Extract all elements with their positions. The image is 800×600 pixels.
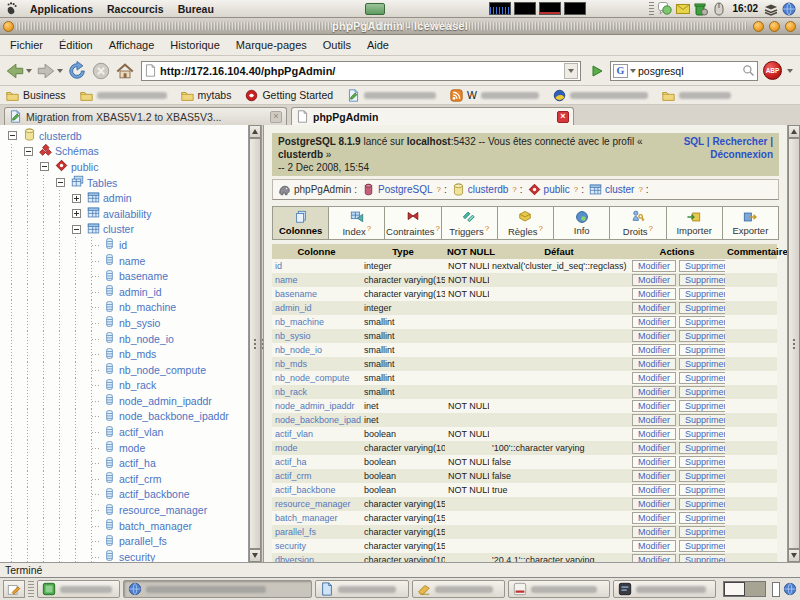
- modifier-link[interactable]: Modifier: [632, 372, 676, 384]
- supprimer-link[interactable]: Supprimer: [679, 372, 725, 384]
- modifier-link[interactable]: Modifier: [632, 400, 676, 412]
- home-button[interactable]: [114, 60, 136, 82]
- panel-clock[interactable]: 16:02: [730, 3, 760, 14]
- tree-expander[interactable]: [8, 131, 17, 140]
- show-desktop-button[interactable]: [3, 580, 25, 598]
- cell-colonne[interactable]: parallel_fs: [272, 525, 361, 539]
- tree-node-availability[interactable]: availability: [0, 206, 248, 222]
- tree-expander[interactable]: [72, 225, 81, 234]
- search-box[interactable]: G: [610, 61, 758, 81]
- search-engine-dropdown[interactable]: [630, 69, 636, 73]
- url-input[interactable]: [160, 65, 561, 77]
- modifier-link[interactable]: Modifier: [632, 274, 676, 286]
- tree-node-basename[interactable]: basename: [0, 268, 248, 284]
- gnome-foot-icon[interactable]: [4, 1, 19, 16]
- modifier-link[interactable]: Modifier: [632, 470, 676, 482]
- magnifier-icon[interactable]: [742, 64, 755, 77]
- tree-node-admin[interactable]: admin: [0, 190, 248, 206]
- banner-link-d-connexion[interactable]: Déconnexion: [710, 149, 773, 160]
- cell-colonne[interactable]: name: [272, 273, 361, 287]
- modifier-link[interactable]: Modifier: [632, 498, 676, 510]
- adblock-dropdown[interactable]: [787, 69, 793, 73]
- supprimer-link[interactable]: Supprimer: [679, 344, 725, 356]
- tree-expander[interactable]: [72, 209, 81, 218]
- banner-link-sql[interactable]: SQL: [684, 136, 704, 147]
- cell-colonne[interactable]: nb_mds: [272, 357, 361, 371]
- taskbar-window-button-1[interactable]: [37, 580, 121, 598]
- modifier-link[interactable]: Modifier: [632, 358, 676, 370]
- help-link[interactable]: ?: [574, 185, 578, 194]
- bookmark-getting-started[interactable]: Getting Started: [245, 89, 333, 102]
- supprimer-link[interactable]: Supprimer: [679, 330, 725, 342]
- mail-icon[interactable]: [676, 2, 690, 16]
- banner-link-rechercher[interactable]: Rechercher: [712, 136, 767, 147]
- cell-colonne[interactable]: basename: [272, 287, 361, 301]
- supprimer-link[interactable]: Supprimer: [679, 428, 725, 440]
- tree-node-sch-mas[interactable]: Schémas: [0, 144, 248, 160]
- browser-tab-migration-from-xbas5v1-2-to-xbas5v3[interactable]: Migration from XBAS5V1.2 to XBAS5V3...×: [4, 107, 287, 125]
- modifier-link[interactable]: Modifier: [632, 386, 676, 398]
- window-titlebar[interactable]: phpPgAdmin - Iceweasel: [0, 18, 800, 35]
- mouse-icon[interactable]: [712, 2, 726, 16]
- cell-colonne[interactable]: node_backbone_ipaddr: [272, 413, 361, 427]
- search-input[interactable]: [638, 65, 740, 77]
- bookmark-w[interactable]: W: [450, 89, 539, 102]
- tree-expander[interactable]: [40, 162, 49, 171]
- minimize-button[interactable]: [753, 21, 764, 32]
- tree-node-actif-backbone[interactable]: actif_backbone: [0, 487, 248, 503]
- tab-exporter[interactable]: Exporter: [722, 207, 778, 239]
- tab-droits[interactable]: Droits?: [609, 207, 665, 239]
- adblock-icon[interactable]: ABP: [763, 61, 782, 80]
- tree-node-admin-id[interactable]: admin_id: [0, 284, 248, 300]
- workspace-2[interactable]: [745, 582, 765, 596]
- tab-r-gles[interactable]: Règles?: [497, 207, 553, 239]
- tab-contraintes[interactable]: Contraintes?: [384, 207, 440, 239]
- help-link[interactable]: ?: [638, 185, 642, 194]
- taskbar-window-button-3[interactable]: [315, 580, 409, 598]
- cell-colonne[interactable]: nb_node_compute: [272, 371, 361, 385]
- tree-node-cluster[interactable]: cluster: [0, 222, 248, 238]
- tab-importer[interactable]: Importer: [666, 207, 722, 239]
- tree-expander[interactable]: [24, 147, 33, 156]
- cell-colonne[interactable]: actif_backbone: [272, 483, 361, 497]
- tray-handle[interactable]: [649, 2, 654, 15]
- scroll-down-arrow[interactable]: [249, 549, 261, 562]
- modifier-link[interactable]: Modifier: [632, 554, 676, 562]
- main-scrollbar[interactable]: [787, 125, 800, 562]
- modifier-link[interactable]: Modifier: [632, 442, 676, 454]
- modifier-link[interactable]: Modifier: [632, 428, 676, 440]
- scroll-up-arrow[interactable]: [788, 125, 800, 138]
- window-menu-button[interactable]: [3, 21, 14, 32]
- supprimer-link[interactable]: Supprimer: [679, 316, 725, 328]
- bookmark-redacted-1[interactable]: [80, 89, 167, 102]
- modifier-link[interactable]: Modifier: [632, 330, 676, 342]
- menu-dition[interactable]: Édition: [51, 37, 101, 53]
- tree-node-parallel-fs[interactable]: parallel_fs: [0, 533, 248, 549]
- cell-colonne[interactable]: nb_rack: [272, 385, 361, 399]
- tree-node-id[interactable]: id: [0, 237, 248, 253]
- back-button[interactable]: [4, 60, 33, 82]
- modifier-link[interactable]: Modifier: [632, 526, 676, 538]
- stop-button[interactable]: [90, 60, 112, 82]
- cell-colonne[interactable]: actif_ha: [272, 455, 361, 469]
- supprimer-link[interactable]: Supprimer: [679, 442, 725, 454]
- url-bar[interactable]: [141, 61, 581, 81]
- bookmark-redacted-7[interactable]: [662, 89, 731, 102]
- cell-colonne[interactable]: resource_manager: [272, 497, 361, 511]
- modifier-link[interactable]: Modifier: [632, 414, 676, 426]
- tree-node-actif-crm[interactable]: actif_crm: [0, 471, 248, 487]
- cell-colonne[interactable]: batch_manager: [272, 511, 361, 525]
- menu-fichier[interactable]: Fichier: [2, 37, 51, 53]
- taskbar-handle[interactable]: [28, 581, 34, 597]
- tree-node-node-admin-ipaddr[interactable]: node_admin_ipaddr: [0, 393, 248, 409]
- cell-colonne[interactable]: nb_node_io: [272, 343, 361, 357]
- help-link[interactable]: ?: [367, 224, 371, 233]
- breadcrumb-clusterdb[interactable]: clusterdb?: [452, 183, 517, 196]
- tree-node-tables[interactable]: Tables: [0, 175, 248, 191]
- help-link[interactable]: ?: [485, 224, 489, 233]
- modifier-link[interactable]: Modifier: [632, 484, 676, 496]
- system-monitor-applets[interactable]: [489, 2, 586, 15]
- help-link[interactable]: ?: [436, 224, 440, 233]
- url-dropdown[interactable]: [564, 63, 578, 79]
- help-link[interactable]: ?: [539, 224, 543, 233]
